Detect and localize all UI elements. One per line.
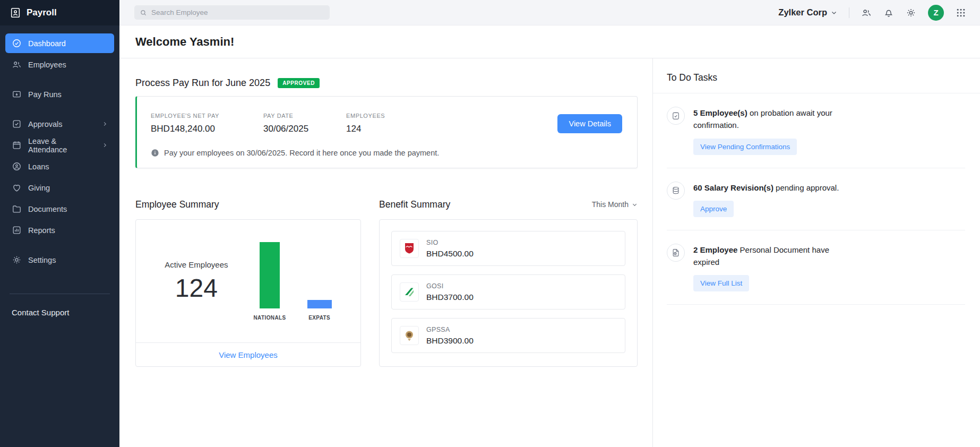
sidebar-item-label: Settings [28,256,56,264]
chart-bar[interactable] [307,300,332,308]
field-value: 124 [346,124,385,134]
field-value: BHD148,240.00 [151,124,263,134]
task-highlight: 2 Employee [693,245,737,254]
task-text: 2 Employee Personal Document have expire… [693,244,853,269]
benefit-summary-card: SIO BHD4500.00 GOSI BHD3700. [379,219,638,367]
benefit-row-gosi[interactable]: GOSI BHD3700.00 [391,274,625,310]
apps-grid-icon[interactable] [956,7,966,18]
active-employees-count: 124 [165,273,228,303]
dashboard-icon [12,38,22,48]
employee-summary-header: Employee Summary [135,198,361,211]
view-pending-confirmations-button[interactable]: View Pending Confirmations [693,139,797,155]
active-employees-block: Active Employees 124 [165,260,228,303]
approvals-icon [12,119,22,129]
field-label: PAY DATE [263,113,346,119]
giving-icon [12,183,22,193]
notifications-bell-icon[interactable] [883,7,894,18]
app-logo[interactable]: Payroll [0,0,119,25]
org-name: Zylker Corp [778,7,827,18]
topbar: Zylker Corp Z [119,0,980,25]
chevron-right-icon [102,121,108,127]
payroll-logo-icon [10,7,21,19]
settings-gear-icon[interactable] [906,7,916,18]
employees-bar-chart: NATIONALS EXPATS [254,242,332,321]
users-icon[interactable] [861,7,872,18]
month-filter-dropdown[interactable]: This Month [592,200,638,209]
task-text: 5 Employee(s) on probation await your co… [693,107,853,132]
todo-task-salary-revisions: 60 Salary Revision(s) pending approval. … [667,168,965,230]
task-rest: pending approval. [773,183,839,192]
bar-group-expats: EXPATS [307,242,332,321]
payrun-fields: EMPLOYEE'S NET PAY BHD148,240.00 PAY DAT… [151,113,622,134]
leave-attendance-icon [12,140,22,150]
employee-summary-section: Employee Summary Active Employees 124 [135,198,361,367]
employees-field: EMPLOYEES 124 [346,113,385,134]
sidebar-item-label: Giving [28,184,50,192]
sidebar-item-label: Employees [28,61,66,69]
benefit-name: GPSSA [426,326,474,333]
search-icon [140,9,147,16]
sidebar-item-approvals[interactable]: Approvals [5,114,114,134]
net-pay-field: EMPLOYEE'S NET PAY BHD148,240.00 [151,113,263,134]
bar-label-nationals: NATIONALS [254,315,286,321]
view-employees-link[interactable]: View Employees [136,342,360,366]
contact-support-link[interactable]: Contact Support [0,294,119,331]
dashboard-main: Process Pay Run for June 2025 APPROVED E… [119,58,652,447]
sidebar-item-settings[interactable]: Settings [5,250,114,270]
benefit-amount: BHD3900.00 [426,336,474,346]
sidebar-item-label: Pay Runs [28,90,62,99]
bahrain-emblem-icon [400,239,419,258]
sidebar: Payroll Dashboard Employees Pay Runs [0,0,119,447]
payrun-note: Pay your employees on 30/06/2025. Record… [151,149,622,157]
employee-search[interactable] [134,5,330,20]
sidebar-item-label: Leave & Attendance [28,137,96,154]
month-filter-label: This Month [592,200,629,209]
sidebar-item-loans[interactable]: Loans [5,157,114,176]
chart-bar[interactable] [260,242,280,308]
sidebar-item-leave-attendance[interactable]: Leave & Attendance [5,135,114,155]
sidebar-item-reports[interactable]: Reports [5,220,114,240]
todo-task-probation: 5 Employee(s) on probation await your co… [667,93,965,168]
view-full-list-button[interactable]: View Full List [693,275,749,291]
active-employees-label: Active Employees [165,260,228,269]
content-row: Process Pay Run for June 2025 APPROVED E… [119,58,980,447]
approve-button[interactable]: Approve [693,201,734,217]
task-content: 5 Employee(s) on probation await your co… [693,107,853,155]
topbar-actions: Zylker Corp Z [778,5,966,21]
sidebar-nav: Dashboard Employees Pay Runs Approvals [0,25,119,271]
user-avatar[interactable]: Z [928,5,944,21]
benefit-info: GOSI BHD3700.00 [426,282,474,302]
sidebar-item-employees[interactable]: Employees [5,55,114,74]
topbar-separator [849,7,849,18]
task-highlight: 60 Salary Revision(s) [693,183,773,192]
search-input[interactable] [151,8,324,16]
sidebar-item-dashboard[interactable]: Dashboard [5,33,114,53]
task-text: 60 Salary Revision(s) pending approval. [693,182,853,194]
benefit-info: GPSSA BHD3900.00 [426,326,474,346]
reports-icon [12,225,22,235]
todo-task-expired-documents: 2 Employee Personal Document have expire… [667,230,965,305]
task-content: 60 Salary Revision(s) pending approval. … [693,182,853,217]
sidebar-item-pay-runs[interactable]: Pay Runs [5,84,114,104]
task-highlight: 5 Employee(s) [693,108,747,117]
uae-emblem-icon [400,326,419,345]
sidebar-item-documents[interactable]: Documents [5,199,114,219]
org-switcher[interactable]: Zylker Corp [778,7,837,18]
field-label: EMPLOYEES [346,113,385,119]
benefit-name: GOSI [426,282,474,290]
sidebar-item-giving[interactable]: Giving [5,178,114,197]
chevron-down-icon [831,10,837,16]
payrun-header: Process Pay Run for June 2025 APPROVED [135,78,638,89]
benefit-name: SIO [426,239,474,246]
payrun-card: EMPLOYEE'S NET PAY BHD148,240.00 PAY DAT… [135,96,638,168]
sidebar-item-label: Documents [28,205,67,213]
coins-icon [667,182,685,200]
status-badge: APPROVED [278,78,320,88]
bar-group-nationals: NATIONALS [254,242,286,321]
benefit-amount: BHD3700.00 [426,293,474,302]
benefit-row-gpssa[interactable]: GPSSA BHD3900.00 [391,318,625,353]
benefit-info: SIO BHD4500.00 [426,239,474,259]
sidebar-item-label: Reports [28,226,55,235]
benefit-row-sio[interactable]: SIO BHD4500.00 [391,231,625,266]
view-details-button[interactable]: View Details [557,114,622,133]
